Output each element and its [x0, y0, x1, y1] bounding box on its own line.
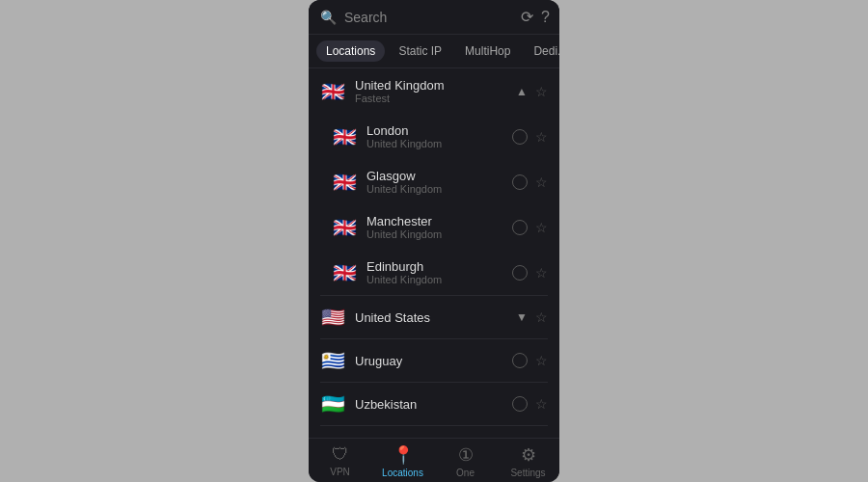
chevron-down-icon-us: ▼	[516, 310, 528, 324]
city-row-edinburgh[interactable]: 🇬🇧 Edinburgh United Kingdom ☆	[309, 250, 559, 295]
uz-name: Uzbekistan	[355, 397, 502, 412]
country-row-ve[interactable]: 🇻🇪 Venezuela ☆	[309, 426, 559, 438]
vpn-icon: 🛡	[332, 444, 349, 465]
vpn-label: VPN	[330, 467, 350, 477]
flag-uk: 🇬🇧	[320, 80, 345, 103]
country-row-uk[interactable]: 🇬🇧 United Kingdom Fastest ▲ ☆	[309, 68, 559, 114]
bottom-nav: 🛡 VPN 📍 Locations ① One ⚙ Settings	[309, 438, 559, 482]
star-uz[interactable]: ☆	[535, 396, 548, 412]
flag-edinburgh: 🇬🇧	[332, 261, 357, 284]
search-input[interactable]	[344, 10, 513, 25]
tab-locations[interactable]: Locations	[316, 40, 385, 62]
chevron-up-icon: ▲	[516, 85, 528, 98]
refresh-icon[interactable]: ⟳	[521, 8, 533, 26]
glasgow-info: Glasgow United Kingdom	[366, 169, 502, 195]
uk-actions: ▲ ☆	[516, 84, 548, 99]
help-icon[interactable]: ?	[541, 9, 550, 26]
star-edinburgh[interactable]: ☆	[535, 265, 548, 281]
edinburgh-sub: United Kingdom	[366, 274, 502, 285]
manchester-sub: United Kingdom	[366, 228, 502, 240]
app-container: 🔍 ⟳ ? Locations Static IP MultiHop Dedi.…	[309, 0, 559, 482]
locations-icon: 📍	[393, 444, 414, 466]
glasgow-actions: ☆	[512, 174, 548, 190]
uk-name: United Kingdom	[355, 78, 506, 93]
us-info: United States	[355, 310, 506, 325]
uz-info: Uzbekistan	[355, 397, 502, 412]
header-icons: ⟳ ?	[521, 8, 550, 26]
search-bar: 🔍 ⟳ ?	[309, 0, 559, 35]
star-london[interactable]: ☆	[535, 129, 548, 145]
edinburgh-actions: ☆	[512, 265, 548, 281]
uy-name: Uruguay	[355, 354, 502, 368]
uz-actions: ☆	[512, 396, 548, 412]
country-row-uz[interactable]: 🇺🇿 Uzbekistan ☆	[309, 383, 559, 425]
flag-uz: 🇺🇿	[320, 392, 345, 415]
edinburgh-name: Edinburgh	[366, 259, 502, 274]
uk-sub: Fastest	[355, 93, 506, 104]
star-manchester[interactable]: ☆	[535, 220, 548, 235]
uy-info: Uruguay	[355, 354, 502, 368]
city-row-glasgow[interactable]: 🇬🇧 Glasgow United Kingdom ☆	[309, 159, 559, 204]
star-uk[interactable]: ☆	[535, 84, 548, 99]
flag-glasgow: 🇬🇧	[332, 171, 357, 194]
settings-label: Settings	[510, 468, 545, 478]
tabs: Locations Static IP MultiHop Dedi...	[309, 35, 559, 68]
city-row-london[interactable]: 🇬🇧 London United Kingdom ☆	[309, 114, 559, 159]
glasgow-sub: United Kingdom	[366, 183, 502, 195]
tab-multihop[interactable]: MultiHop	[455, 40, 520, 62]
london-name: London	[366, 123, 502, 138]
country-row-uy[interactable]: 🇺🇾 Uruguay ☆	[309, 339, 559, 382]
radio-london[interactable]	[512, 129, 528, 145]
london-sub: United Kingdom	[366, 138, 502, 149]
nav-vpn[interactable]: 🛡 VPN	[309, 444, 371, 478]
flag-uy: 🇺🇾	[320, 349, 345, 372]
radio-uy[interactable]	[512, 353, 528, 368]
city-row-manchester[interactable]: 🇬🇧 Manchester United Kingdom ☆	[309, 204, 559, 250]
london-info: London United Kingdom	[366, 123, 502, 149]
flag-london: 🇬🇧	[332, 125, 357, 148]
star-uy[interactable]: ☆	[535, 353, 548, 368]
radio-uz[interactable]	[512, 396, 528, 412]
tab-static-ip[interactable]: Static IP	[389, 40, 451, 62]
glasgow-name: Glasgow	[366, 169, 502, 183]
radio-glasgow[interactable]	[512, 174, 528, 190]
manchester-info: Manchester United Kingdom	[366, 214, 502, 240]
manchester-name: Manchester	[366, 214, 502, 228]
manchester-actions: ☆	[512, 220, 548, 235]
flag-manchester: 🇬🇧	[332, 216, 357, 239]
radio-edinburgh[interactable]	[512, 265, 528, 281]
star-glasgow[interactable]: ☆	[535, 174, 548, 190]
nav-one[interactable]: ① One	[434, 444, 497, 478]
london-actions: ☆	[512, 129, 548, 145]
nav-locations[interactable]: 📍 Locations	[371, 444, 434, 478]
one-label: One	[456, 468, 475, 478]
settings-icon: ⚙	[521, 444, 536, 466]
uy-actions: ☆	[512, 353, 548, 368]
search-icon: 🔍	[320, 10, 337, 25]
locations-label: Locations	[382, 468, 423, 478]
country-row-us[interactable]: 🇺🇸 United States ▼ ☆	[309, 296, 559, 338]
radio-manchester[interactable]	[512, 220, 528, 235]
edinburgh-info: Edinburgh United Kingdom	[366, 259, 502, 285]
nav-settings[interactable]: ⚙ Settings	[497, 444, 559, 478]
star-us[interactable]: ☆	[535, 309, 548, 325]
uk-info: United Kingdom Fastest	[355, 78, 506, 104]
tab-dedi[interactable]: Dedi...	[524, 40, 559, 62]
us-actions: ▼ ☆	[516, 309, 548, 325]
us-name: United States	[355, 310, 506, 325]
flag-us: 🇺🇸	[320, 306, 345, 329]
location-list: 🇬🇧 United Kingdom Fastest ▲ ☆ 🇬🇧 London …	[309, 68, 559, 438]
one-icon: ①	[458, 444, 474, 466]
